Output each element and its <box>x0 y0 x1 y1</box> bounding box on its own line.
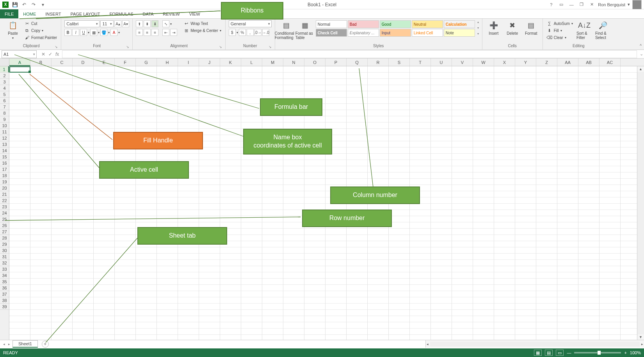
style-neutral[interactable]: Neutral <box>412 20 443 28</box>
row-header[interactable]: 38 <box>0 297 9 304</box>
column-header[interactable]: G <box>136 59 157 66</box>
undo-icon[interactable]: ↶ <box>21 2 27 8</box>
dialog-launcher-icon[interactable]: ↘ <box>126 45 129 49</box>
decrease-decimal-icon[interactable]: →.0 <box>262 29 269 36</box>
tab-view[interactable]: VIEW <box>185 9 205 18</box>
underline-button[interactable]: U <box>80 29 87 36</box>
sheet-tab[interactable]: Sheet1 <box>12 340 38 348</box>
row-header[interactable]: 30 <box>0 247 9 254</box>
column-header[interactable]: W <box>473 59 494 66</box>
style-good[interactable]: Good <box>380 20 411 28</box>
row-header[interactable]: 6 <box>0 98 9 104</box>
column-header[interactable]: Y <box>515 59 536 66</box>
style-normal[interactable]: Normal <box>316 20 347 28</box>
font-color-button[interactable]: A <box>110 29 117 36</box>
fill-handle[interactable] <box>28 71 31 73</box>
align-middle-icon[interactable]: ⬍ <box>144 20 151 27</box>
cut-button[interactable]: ✂Cut <box>23 20 58 27</box>
tab-formulas[interactable]: FORMULAS <box>105 9 138 18</box>
column-header[interactable]: L <box>241 59 262 66</box>
tab-home[interactable]: HOME <box>18 9 41 18</box>
tab-data[interactable]: DATA <box>138 9 158 18</box>
row-header[interactable]: 28 <box>0 235 9 241</box>
column-header[interactable]: C <box>52 59 73 66</box>
zoom-level[interactable]: 100% <box>630 350 641 355</box>
formula-bar[interactable] <box>62 50 637 58</box>
tab-file[interactable]: FILE <box>0 9 18 18</box>
format-cells-button[interactable]: ▤Format <box>523 20 539 36</box>
row-header[interactable]: 9 <box>0 116 9 123</box>
insert-cells-button[interactable]: ➕Insert <box>486 20 502 36</box>
column-header[interactable]: H <box>157 59 178 66</box>
borders-button[interactable]: ▦ <box>90 29 97 36</box>
row-header[interactable]: 33 <box>0 266 9 272</box>
style-explanatory[interactable]: Explanatory ... <box>348 29 379 37</box>
active-cell[interactable] <box>9 66 30 73</box>
column-header[interactable]: A <box>9 59 30 66</box>
qat-customize-icon[interactable]: ▾ <box>40 2 46 8</box>
row-header[interactable]: 27 <box>0 229 9 235</box>
align-right-icon[interactable]: ≡ <box>151 29 158 36</box>
row-header[interactable]: 8 <box>0 110 9 116</box>
column-header[interactable]: B <box>30 59 52 66</box>
sort-filter-button[interactable]: A↓ZSort & Filter <box>576 20 592 40</box>
tab-page-layout[interactable]: PAGE LAYOUT <box>66 9 105 18</box>
help-icon[interactable]: ? <box>547 1 555 9</box>
accounting-format-icon[interactable]: $ <box>229 29 236 36</box>
column-header[interactable]: I <box>178 59 199 66</box>
increase-indent-icon[interactable]: ⇥ <box>170 29 177 36</box>
column-header[interactable]: T <box>410 59 431 66</box>
dialog-launcher-icon[interactable]: ↘ <box>269 45 272 49</box>
row-header[interactable]: 17 <box>0 166 9 172</box>
tab-review[interactable]: REVIEW <box>158 9 184 18</box>
vertical-scrollbar[interactable]: ▲▼ <box>637 66 644 340</box>
conditional-formatting-button[interactable]: ▤Conditional Formatting <box>278 20 295 40</box>
dialog-launcher-icon[interactable]: ↘ <box>219 45 222 49</box>
increase-font-icon[interactable]: A▴ <box>114 20 121 27</box>
zoom-in-icon[interactable]: + <box>624 350 626 355</box>
row-header[interactable]: 18 <box>0 172 9 179</box>
column-header[interactable]: AC <box>600 59 621 66</box>
insert-function-icon[interactable]: fx <box>55 52 59 57</box>
font-size-select[interactable]: 11 <box>100 20 114 27</box>
sheet-nav-prev-icon[interactable]: ◂ <box>2 342 6 346</box>
column-header[interactable]: J <box>199 59 220 66</box>
increase-decimal-icon[interactable]: .0→ <box>254 29 262 36</box>
style-gallery-scroll[interactable]: ▴▾▾ <box>477 20 479 36</box>
dialog-launcher-icon[interactable]: ↘ <box>55 45 58 49</box>
row-header[interactable]: 35 <box>0 279 9 285</box>
column-header[interactable]: Q <box>347 59 368 66</box>
merge-center-button[interactable]: ⊞Merge & Center▾ <box>183 27 222 34</box>
enter-formula-icon[interactable]: ✓ <box>48 52 52 57</box>
close-icon[interactable]: ✕ <box>588 1 596 9</box>
decrease-font-icon[interactable]: A▾ <box>122 20 129 27</box>
orientation-icon[interactable]: ⤡ <box>162 20 169 27</box>
select-all-corner[interactable] <box>0 59 9 66</box>
format-painter-button[interactable]: 🖌Format Painter <box>23 34 58 41</box>
fill-button[interactable]: ⬇Fill▾ <box>546 27 574 34</box>
row-header[interactable]: 37 <box>0 291 9 297</box>
restore-icon[interactable]: ❐ <box>578 1 585 9</box>
new-sheet-button[interactable]: + <box>42 341 49 348</box>
row-header[interactable]: 13 <box>0 141 9 147</box>
italic-button[interactable]: I <box>72 29 79 36</box>
comma-format-icon[interactable]: , <box>247 29 254 36</box>
row-header[interactable]: 4 <box>0 85 9 91</box>
decrease-indent-icon[interactable]: ⇤ <box>162 29 169 36</box>
row-header[interactable]: 34 <box>0 272 9 279</box>
column-header[interactable]: K <box>220 59 241 66</box>
column-header[interactable]: U <box>431 59 452 66</box>
horizontal-scrollbar[interactable]: ◂▸ <box>425 340 644 348</box>
minimize-icon[interactable]: — <box>568 1 575 9</box>
sheet-nav-next-icon[interactable]: ▸ <box>7 342 11 346</box>
row-header[interactable]: 7 <box>0 104 9 110</box>
zoom-slider[interactable] <box>574 352 621 353</box>
name-box[interactable]: A1 <box>2 50 37 58</box>
row-header[interactable]: 1 <box>0 66 9 73</box>
redo-icon[interactable]: ↷ <box>30 2 37 8</box>
row-header[interactable]: 36 <box>0 285 9 291</box>
paste-button[interactable]: 📋Paste▾ <box>5 20 21 40</box>
find-select-button[interactable]: 🔎Find & Select <box>595 20 611 40</box>
column-header[interactable]: X <box>494 59 515 66</box>
clear-button[interactable]: ⌫Clear▾ <box>546 34 574 41</box>
